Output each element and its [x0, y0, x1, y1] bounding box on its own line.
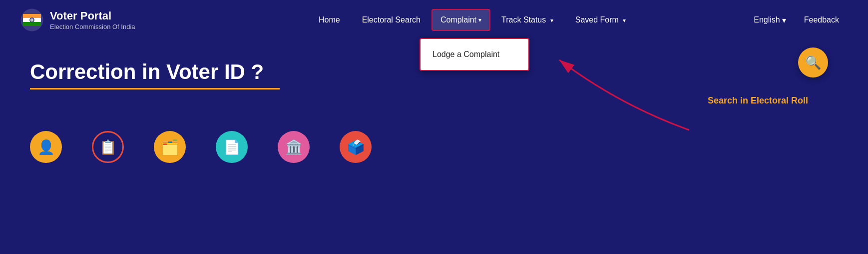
site-title: Voter Portal — [50, 10, 135, 22]
saved-form-chevron-icon: ▾ — [623, 17, 626, 24]
dropdown-menu: Lodge a Complaint — [420, 38, 529, 71]
nav-feedback[interactable]: Feedback — [795, 2, 848, 38]
nav-right: English ▾ Feedback — [745, 2, 848, 39]
logo-area: Voter Portal Election Commission Of Indi… — [20, 8, 170, 32]
icon-1[interactable]: 👤 — [30, 131, 62, 163]
search-fab-icon: 🔍 — [805, 55, 821, 70]
icon-6[interactable]: 🗳️ — [340, 131, 372, 163]
eci-logo-icon — [20, 8, 44, 32]
svg-rect-1 — [23, 14, 41, 18]
search-electoral-link[interactable]: Search in Electoral Roll — [30, 96, 838, 106]
title-underline — [30, 88, 280, 90]
site-subtitle: Election Commission Of India — [50, 23, 135, 30]
bottom-icons-row: 👤 📋 🗂️ 📄 🏛️ 🗳️ — [0, 116, 868, 163]
icon-2[interactable]: 📋 — [92, 131, 124, 163]
nav-home[interactable]: Home — [308, 2, 351, 38]
icon-5[interactable]: 🏛️ — [278, 131, 310, 163]
nav-english[interactable]: English ▾ — [745, 2, 795, 39]
search-fab-button[interactable]: 🔍 — [798, 48, 828, 78]
complaint-dropdown: Lodge a Complaint — [420, 38, 529, 71]
icon-3[interactable]: 🗂️ — [154, 131, 186, 163]
lodge-complaint-item[interactable]: Lodge a Complaint — [421, 43, 528, 66]
complaint-chevron-icon: ▾ — [478, 16, 481, 24]
nav-saved-form[interactable]: Saved Form ▾ — [564, 2, 637, 38]
icon-4[interactable]: 📄 — [216, 131, 248, 163]
track-status-chevron-icon: ▾ — [550, 17, 553, 24]
header: Voter Portal Election Commission Of Indi… — [0, 0, 868, 40]
english-chevron-icon: ▾ — [782, 16, 786, 25]
svg-rect-3 — [23, 22, 41, 26]
nav-track-status[interactable]: Track Status ▾ — [490, 2, 564, 38]
nav-complaint[interactable]: Complaint ▾ — [432, 9, 490, 31]
logo-text: Voter Portal Election Commission Of Indi… — [50, 10, 135, 30]
main-nav: Home Electoral Search Complaint ▾ Track … — [200, 2, 745, 38]
nav-electoral-search[interactable]: Electoral Search — [351, 2, 432, 38]
svg-point-5 — [31, 20, 32, 20]
